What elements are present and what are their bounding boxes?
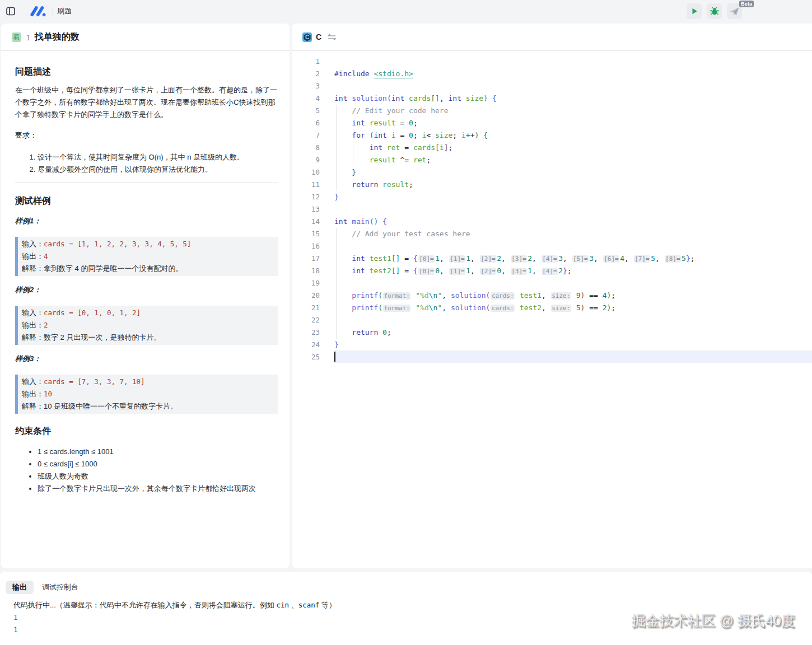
switch-language-button[interactable] xyxy=(328,34,336,41)
code-token xyxy=(378,180,382,189)
sample-line: 输出：4 xyxy=(22,250,273,263)
code-line: 12} xyxy=(292,190,812,203)
code-token: solution xyxy=(451,303,486,312)
code-token: , xyxy=(542,303,550,312)
code-token: 1 xyxy=(466,267,470,275)
console-message-text: 等） xyxy=(319,601,336,609)
requirements-label: 要求： xyxy=(15,129,278,142)
svg-text:C: C xyxy=(305,34,309,40)
code-token: test1 xyxy=(520,291,542,300)
inlay-hint: size: xyxy=(551,305,571,312)
code-token: solution xyxy=(451,291,486,300)
sample-line-text: 10 是班级中唯一一个不重复的数字卡片。 xyxy=(44,402,178,410)
code-line-content: } xyxy=(334,340,339,349)
sample-line: 输入：cards = [0, 1, 0, 1, 2] xyxy=(22,307,273,319)
sample-line: 解释：10 是班级中唯一一个不重复的数字卡片。 xyxy=(22,400,273,413)
code-token: cards xyxy=(409,94,431,102)
line-number: 11 xyxy=(292,180,320,189)
samples-heading: 测试样例 xyxy=(15,195,278,207)
code-token: ; xyxy=(409,180,413,189)
run-code-button[interactable] xyxy=(687,3,702,19)
code-line: 13 xyxy=(292,203,812,215)
code-line: 20 printf(format: "%d\n", solution(cards… xyxy=(292,289,812,301)
debug-button[interactable] xyxy=(707,3,722,19)
line-number: 6 xyxy=(292,119,320,127)
code-token xyxy=(334,168,352,176)
code-line: 19 xyxy=(292,277,812,289)
code-token xyxy=(479,131,483,139)
top-header-bar: 刷题 Be xyxy=(0,0,812,22)
code-token: 3 xyxy=(589,254,594,263)
editor-header: C C xyxy=(292,24,812,51)
share-button[interactable]: Beta xyxy=(727,3,742,19)
code-line: 18 int test2[] = {[0]=0, [1]=1, [2]=0, [… xyxy=(292,264,812,277)
code-token: int xyxy=(449,94,461,102)
code-token xyxy=(461,94,466,102)
code-token: <stdio.h> xyxy=(374,69,413,78)
sidebar-toggle-button[interactable] xyxy=(3,3,18,19)
code-line-content: } xyxy=(334,168,356,176)
code-token: , xyxy=(563,254,572,263)
code-line: 15 // Add your test cases here xyxy=(292,227,812,240)
inlay-hint: [2]= xyxy=(480,255,497,263)
code-line-content: printf(format: "%d\n", solution(cards: t… xyxy=(334,303,615,312)
code-line-content: int test2[] = {[0]=0, [1]=1, [2]=0, [3]=… xyxy=(334,267,572,275)
code-token: { xyxy=(382,217,387,226)
header-right-group: Beta xyxy=(682,3,742,19)
sample-line-label: 解释： xyxy=(22,333,44,342)
code-token: 0 xyxy=(409,131,413,139)
sample-label: 样例2： xyxy=(15,284,278,296)
code-token: main xyxy=(352,217,369,226)
console-panel: 输出 调试控制台 代码执行中...（温馨提示：代码中不允许存在输入指令，否则将会… xyxy=(0,572,812,645)
code-line: 7 for (int i = 0; i< size; i++) { xyxy=(292,129,812,141)
code-token xyxy=(334,303,352,312)
problem-title: 找单独的数 xyxy=(35,31,80,43)
code-token: test2 xyxy=(520,303,542,312)
sample-line: 输出：10 xyxy=(22,388,273,400)
active-line-highlight xyxy=(334,350,812,363)
code-token: " xyxy=(416,303,420,312)
line-number: 13 xyxy=(292,205,320,213)
code-token: 1 xyxy=(528,267,532,275)
code-token: } xyxy=(563,267,567,275)
code-token: = xyxy=(400,254,413,263)
line-number: 5 xyxy=(292,106,320,115)
code-token: ; xyxy=(452,131,461,139)
code-line: 6 int result = 0; xyxy=(292,116,812,129)
console-message-code: cin xyxy=(276,601,289,609)
code-line: 1 xyxy=(292,55,812,67)
sample-line: 输入：cards = [1, 1, 2, 2, 3, 3, 4, 5, 5] xyxy=(22,238,273,250)
inlay-hint: [7]= xyxy=(634,255,651,263)
sample-block: 输入：cards = [7, 3, 3, 7, 10]输出：10解释：10 是班… xyxy=(15,375,278,414)
tab-debug-console[interactable]: 调试控制台 xyxy=(42,582,78,592)
sample-line: 输出：2 xyxy=(22,319,273,331)
line-number: 25 xyxy=(292,353,320,361)
code-token xyxy=(334,131,352,139)
code-token xyxy=(488,94,492,102)
code-token xyxy=(387,131,391,139)
code-token: , xyxy=(470,267,479,275)
code-token: // Add your test cases here xyxy=(334,230,470,238)
editor-panel: C C 12#include <stdio.h>34int solution(i… xyxy=(292,24,812,568)
code-token: int xyxy=(370,143,382,152)
line-number: 1 xyxy=(292,57,320,66)
code-token xyxy=(515,303,520,312)
code-token: size xyxy=(435,131,452,139)
juejin-logo[interactable] xyxy=(29,6,48,17)
bug-icon xyxy=(710,7,719,16)
code-token: } xyxy=(686,254,690,263)
code-token: 2 xyxy=(558,267,563,275)
code-token: ; xyxy=(611,291,615,300)
sample-line-code: 10 xyxy=(44,390,52,398)
code-token: 4 xyxy=(603,291,607,300)
constraint-item: 班级人数为奇数 xyxy=(38,470,278,483)
code-line-content: result ^= ret; xyxy=(334,156,431,164)
code-token: result xyxy=(370,119,396,127)
code-token: { xyxy=(413,254,418,263)
code-token: ) xyxy=(483,94,488,102)
code-token: ; xyxy=(426,156,431,164)
code-editor[interactable]: 12#include <stdio.h>34int solution(int c… xyxy=(292,52,812,568)
constraints-heading: 约束条件 xyxy=(15,425,278,437)
code-line: 2#include <stdio.h> xyxy=(292,67,812,80)
tab-output[interactable]: 输出 xyxy=(6,581,34,594)
